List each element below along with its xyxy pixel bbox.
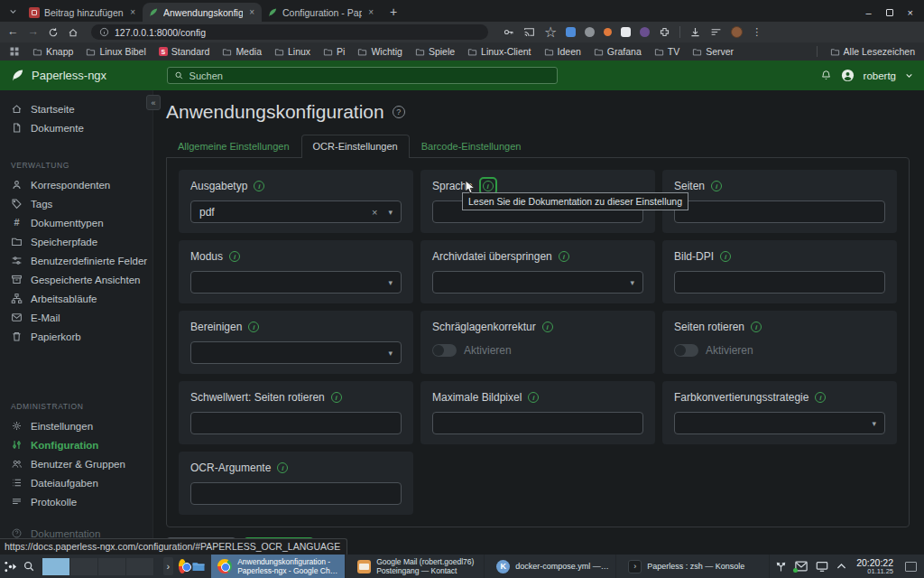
bookmark-item[interactable]: SStandard <box>159 46 210 57</box>
sidebar-item-konfiguration[interactable]: Konfiguration <box>0 435 152 454</box>
desktop-search-icon[interactable] <box>23 557 35 575</box>
sidebar-collapse-button[interactable]: « <box>146 95 161 110</box>
info-icon[interactable]: i <box>711 181 722 191</box>
desktop-2[interactable] <box>70 558 98 575</box>
info-icon[interactable]: i <box>229 251 240 262</box>
seiten-rotieren-toggle[interactable] <box>674 344 698 357</box>
bookmark-item[interactable]: Wichtig <box>357 46 402 57</box>
info-icon[interactable]: i <box>528 392 539 403</box>
all-bookmarks-button[interactable]: Alle Lesezeichen <box>830 46 915 57</box>
sidebar-item-korrespondenten[interactable]: Korrespondenten <box>0 175 152 194</box>
sidebar-item-tags[interactable]: Tags <box>0 194 152 213</box>
browser-tab-docs[interactable]: Configuration - Paperless-n × <box>262 3 381 22</box>
ausgabetyp-select[interactable]: pdf × ▾ <box>190 200 402 223</box>
task-konsole[interactable]: › Paperless : zsh — Konsole <box>622 555 770 578</box>
tray-widget-icon[interactable] <box>775 561 787 573</box>
extension-icon[interactable] <box>585 27 595 37</box>
task-kate[interactable]: K docker-compose.yml — Kate <box>490 555 616 578</box>
sidebar-item-papierkorb[interactable]: Papierkorb <box>0 327 152 346</box>
app-launcher-icon[interactable] <box>4 557 17 575</box>
sidebar-item-einstellungen[interactable]: Einstellungen <box>0 416 152 435</box>
clear-icon[interactable]: × <box>372 207 377 218</box>
bookmark-item[interactable]: Linux Bibel <box>86 46 145 57</box>
tab-list-chevron-icon[interactable] <box>4 2 22 20</box>
maximale-bildpixel-input[interactable] <box>432 412 643 434</box>
site-info-icon[interactable] <box>99 27 109 37</box>
window-close-button[interactable]: × <box>908 7 913 18</box>
task-chrome-paperless[interactable]: Anwendungskonfiguration - Paperless-ngx … <box>211 555 346 578</box>
info-icon[interactable]: i <box>277 462 288 473</box>
show-desktop-button[interactable] <box>905 562 917 572</box>
schwellwert-input[interactable] <box>190 412 402 434</box>
schraeglagenkorrektur-toggle[interactable] <box>432 344 457 357</box>
sidebar-item-dokumenttypen[interactable]: # Dokumenttypen <box>0 213 152 232</box>
notifications-bell-icon[interactable] <box>820 70 832 81</box>
tab-close-icon[interactable]: × <box>247 7 256 17</box>
tab-close-icon[interactable]: × <box>366 7 375 17</box>
sidebar-item-benutzerdefinierte-felder[interactable]: Benutzerdefinierte Felder <box>0 251 152 270</box>
bookmark-item[interactable]: Knapp <box>32 46 73 57</box>
desktop-3[interactable] <box>98 558 126 575</box>
forward-icon[interactable]: → <box>28 26 40 38</box>
sidebar-item-dateiaufgaben[interactable]: Dateiaufgaben <box>0 473 152 492</box>
info-icon[interactable]: i <box>751 322 762 332</box>
info-icon[interactable]: i <box>542 322 553 332</box>
profile-avatar[interactable] <box>731 26 743 38</box>
sidebar-item-email[interactable]: E-Mail <box>0 308 152 327</box>
bookmark-item[interactable]: Grafana <box>594 46 642 57</box>
panel-expand-icon[interactable]: › <box>163 557 173 575</box>
sidebar-item-dokumente[interactable]: Dokumente <box>0 118 152 137</box>
desktop-1[interactable] <box>42 558 70 575</box>
tray-mail-icon[interactable] <box>795 561 808 572</box>
extension-icon[interactable] <box>604 28 612 36</box>
browser-tab-active[interactable]: Anwendungskonfiguration × <box>143 3 262 22</box>
sidebar-item-protokolle[interactable]: Protokolle <box>0 492 152 511</box>
ocr-argumente-input[interactable] <box>190 482 402 505</box>
tab-barcode-einstellungen[interactable]: Barcode-Einstellungen <box>410 135 533 157</box>
info-icon[interactable]: i <box>559 251 569 262</box>
bookmark-item[interactable]: Spiele <box>415 46 455 57</box>
user-menu-caret-icon[interactable] <box>905 71 913 79</box>
extension-icon[interactable] <box>640 27 650 37</box>
bookmark-star-icon[interactable]: ☆ <box>544 23 557 41</box>
bookmark-item[interactable]: Ideen <box>544 46 581 57</box>
sidebar-item-speicherpfade[interactable]: Speicherpfade <box>0 232 152 251</box>
sidebar-item-arbeitsablaeufe[interactable]: Arbeitsabläufe <box>0 289 152 308</box>
bookmark-item[interactable]: Server <box>692 46 734 57</box>
sidebar-item-benutzer-gruppen[interactable]: Benutzer & Gruppen <box>0 454 152 473</box>
title-help-icon[interactable]: ? <box>393 106 405 118</box>
username-label[interactable]: robertg <box>864 70 896 81</box>
file-manager-icon[interactable] <box>191 557 206 575</box>
farbkonvertierung-select[interactable]: ▾ <box>674 412 885 434</box>
password-key-icon[interactable] <box>503 26 514 38</box>
bookmark-item[interactable]: Linux-Client <box>467 46 531 57</box>
browser-menu-icon[interactable]: ⋮ <box>752 26 762 38</box>
app-search[interactable] <box>167 67 558 84</box>
tab-close-icon[interactable]: × <box>128 7 137 17</box>
sidebar-item-gespeicherte-ansichten[interactable]: Gespeicherte Ansichten <box>0 270 152 289</box>
extension-icon[interactable] <box>621 27 631 37</box>
cast-icon[interactable] <box>523 26 535 38</box>
modus-select[interactable]: ▾ <box>190 271 402 294</box>
info-icon[interactable]: i <box>720 251 731 262</box>
clock[interactable]: 20:20:22 01.11.25 <box>856 558 893 575</box>
info-icon[interactable]: i <box>815 392 826 403</box>
chrome-launcher-icon[interactable] <box>179 559 187 573</box>
info-icon[interactable]: i <box>248 322 259 332</box>
tab-ocr-einstellungen[interactable]: OCR-Einstellungen <box>301 135 410 158</box>
tray-expand-chevron-icon[interactable] <box>836 563 846 570</box>
bookmark-item[interactable]: Linux <box>274 46 310 57</box>
info-icon[interactable]: i <box>254 181 264 191</box>
new-tab-button[interactable]: + <box>384 3 402 21</box>
bild-dpi-input[interactable] <box>674 271 885 294</box>
bookmark-item[interactable]: Media <box>222 46 262 57</box>
search-input[interactable] <box>189 70 550 81</box>
downloads-icon[interactable] <box>689 26 701 38</box>
info-icon[interactable]: i <box>331 392 342 403</box>
home-icon[interactable] <box>68 27 79 38</box>
bookmark-item[interactable]: Pi <box>323 46 345 57</box>
user-avatar-icon[interactable] <box>841 69 855 82</box>
address-bar[interactable]: 127.0.0.1:8000/config <box>91 24 488 40</box>
bookmark-item[interactable]: TV <box>654 46 679 57</box>
apps-grid-icon[interactable] <box>9 46 20 57</box>
